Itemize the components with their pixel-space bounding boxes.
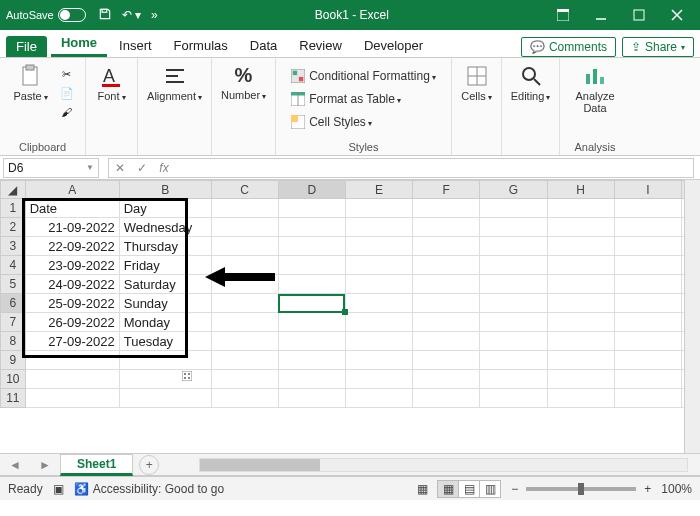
macro-record-icon[interactable]: ▣ <box>53 482 64 496</box>
cells-button[interactable]: Cells <box>457 62 495 104</box>
row-3[interactable]: 3 <box>1 237 26 256</box>
cell-D10[interactable] <box>278 370 345 389</box>
paste-button[interactable]: Paste <box>9 62 51 104</box>
formula-input[interactable] <box>175 161 693 175</box>
cell-E2[interactable] <box>345 218 412 237</box>
cell-B10[interactable] <box>119 370 211 389</box>
cell-H4[interactable] <box>547 256 614 275</box>
format-as-table-button[interactable]: Format as Table <box>291 89 401 109</box>
zoom-slider[interactable] <box>526 487 636 491</box>
horizontal-scrollbar[interactable] <box>199 458 688 472</box>
cell-A8[interactable]: 27-09-2022 <box>25 332 119 351</box>
cell-E4[interactable] <box>345 256 412 275</box>
sheet-tab[interactable]: Sheet1 <box>60 454 133 476</box>
tab-insert[interactable]: Insert <box>109 34 162 57</box>
cell-C11[interactable] <box>211 389 278 408</box>
cell-D6[interactable] <box>278 294 345 313</box>
more-icon[interactable]: » <box>151 8 158 22</box>
col-G[interactable]: G <box>480 181 547 199</box>
cell-F11[interactable] <box>413 389 480 408</box>
cell-I3[interactable] <box>614 237 681 256</box>
cell-C8[interactable] <box>211 332 278 351</box>
tab-formulas[interactable]: Formulas <box>164 34 238 57</box>
cell-A6[interactable]: 25-09-2022 <box>25 294 119 313</box>
tab-home[interactable]: Home <box>51 31 107 57</box>
number-button[interactable]: % Number <box>217 62 270 103</box>
cell-E1[interactable] <box>345 199 412 218</box>
tab-review[interactable]: Review <box>289 34 352 57</box>
normal-view-icon[interactable]: ▦ <box>437 480 459 498</box>
cell-B8[interactable]: Tuesday <box>119 332 211 351</box>
cell-G7[interactable] <box>480 313 547 332</box>
cell-H5[interactable] <box>547 275 614 294</box>
row-6[interactable]: 6 <box>1 294 26 313</box>
cell-F1[interactable] <box>413 199 480 218</box>
cell-C3[interactable] <box>211 237 278 256</box>
cell-F10[interactable] <box>413 370 480 389</box>
cell-E3[interactable] <box>345 237 412 256</box>
name-box[interactable]: D6▼ <box>3 158 99 178</box>
cell-B7[interactable]: Monday <box>119 313 211 332</box>
cell-A7[interactable]: 26-09-2022 <box>25 313 119 332</box>
spreadsheet-grid[interactable]: ◢ A B C D E F G H I 1DateDay221-09-2022W… <box>0 180 700 454</box>
cell-F8[interactable] <box>413 332 480 351</box>
close-icon[interactable] <box>660 3 694 27</box>
col-C[interactable]: C <box>211 181 278 199</box>
cell-I10[interactable] <box>614 370 681 389</box>
copy-icon[interactable]: 📄 <box>58 85 76 101</box>
cell-A4[interactable]: 23-09-2022 <box>25 256 119 275</box>
maximize-icon[interactable] <box>622 3 656 27</box>
cell-I8[interactable] <box>614 332 681 351</box>
cell-F6[interactable] <box>413 294 480 313</box>
conditional-formatting-button[interactable]: Conditional Formatting <box>291 66 436 86</box>
cell-F4[interactable] <box>413 256 480 275</box>
cell-G5[interactable] <box>480 275 547 294</box>
row-7[interactable]: 7 <box>1 313 26 332</box>
cell-D3[interactable] <box>278 237 345 256</box>
row-9[interactable]: 9 <box>1 351 26 370</box>
new-sheet-button[interactable]: + <box>139 455 159 475</box>
share-button[interactable]: ⇪Share▾ <box>622 37 694 57</box>
page-layout-view-icon[interactable]: ▤ <box>458 480 480 498</box>
cell-E7[interactable] <box>345 313 412 332</box>
cell-I6[interactable] <box>614 294 681 313</box>
cell-C10[interactable] <box>211 370 278 389</box>
tab-developer[interactable]: Developer <box>354 34 433 57</box>
cell-H6[interactable] <box>547 294 614 313</box>
font-button[interactable]: A Font <box>94 62 130 104</box>
vertical-scrollbar[interactable] <box>684 180 700 453</box>
row-11[interactable]: 11 <box>1 389 26 408</box>
row-5[interactable]: 5 <box>1 275 26 294</box>
cell-E11[interactable] <box>345 389 412 408</box>
col-F[interactable]: F <box>413 181 480 199</box>
cell-C9[interactable] <box>211 351 278 370</box>
cell-B4[interactable]: Friday <box>119 256 211 275</box>
save-icon[interactable] <box>98 7 112 24</box>
col-H[interactable]: H <box>547 181 614 199</box>
cell-D1[interactable] <box>278 199 345 218</box>
cell-H10[interactable] <box>547 370 614 389</box>
cell-H8[interactable] <box>547 332 614 351</box>
cell-styles-button[interactable]: Cell Styles <box>291 112 372 132</box>
format-painter-icon[interactable]: 🖌 <box>58 104 76 120</box>
cell-H7[interactable] <box>547 313 614 332</box>
col-I[interactable]: I <box>614 181 681 199</box>
alignment-button[interactable]: Alignment <box>143 62 206 104</box>
cell-I5[interactable] <box>614 275 681 294</box>
cell-C6[interactable] <box>211 294 278 313</box>
comments-button[interactable]: 💬Comments <box>521 37 616 57</box>
cell-H9[interactable] <box>547 351 614 370</box>
minimize-icon[interactable] <box>584 3 618 27</box>
cell-A5[interactable]: 24-09-2022 <box>25 275 119 294</box>
cell-E8[interactable] <box>345 332 412 351</box>
cell-E6[interactable] <box>345 294 412 313</box>
cell-I4[interactable] <box>614 256 681 275</box>
cell-G6[interactable] <box>480 294 547 313</box>
cell-G8[interactable] <box>480 332 547 351</box>
select-all-button[interactable]: ◢ <box>1 181 26 199</box>
sheet-nav-prev-icon[interactable]: ◄ <box>9 458 21 472</box>
autosave-toggle[interactable]: AutoSave <box>6 8 86 22</box>
cell-D8[interactable] <box>278 332 345 351</box>
cut-icon[interactable]: ✂ <box>58 66 76 82</box>
enter-formula-icon[interactable]: ✓ <box>131 161 153 175</box>
